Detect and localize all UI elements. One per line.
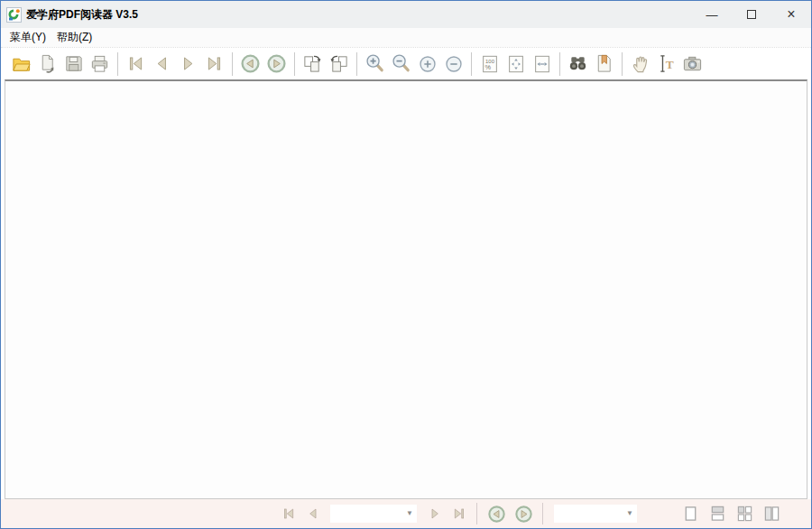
fit-page-button[interactable] (503, 51, 529, 78)
statusbar-separator (476, 503, 477, 524)
toolbar-separator (471, 52, 472, 76)
zoom-out-marquee-button[interactable] (388, 51, 414, 78)
svg-text:T: T (666, 58, 674, 71)
toolbar: 100 % (1, 47, 811, 79)
next-page-icon (179, 54, 198, 73)
fit-width-icon (532, 54, 552, 74)
prev-page-button[interactable] (149, 51, 175, 78)
toolbar-separator (117, 52, 118, 76)
last-page-icon (452, 506, 466, 521)
save-icon (63, 53, 84, 74)
window-title: 爱学府PDF阅读器 V3.5 (26, 7, 692, 23)
statusbar-next-page-button[interactable] (422, 502, 447, 525)
open-folder-icon (11, 53, 32, 74)
menu-bar: 菜单(Y) 帮助(Z) (1, 28, 811, 47)
hand-tool-button[interactable] (627, 51, 653, 78)
toolbar-separator (294, 52, 295, 76)
rotate-clockwise-icon (302, 53, 323, 74)
statusbar-separator (542, 503, 543, 524)
zoom-in-marquee-button[interactable] (362, 51, 388, 78)
two-page-view-icon (763, 506, 780, 522)
bookmarks-button[interactable] (591, 51, 617, 78)
menu-item-help[interactable]: 帮助(Z) (51, 28, 97, 47)
find-button[interactable] (565, 51, 591, 78)
toolbar-separator (356, 52, 357, 76)
rotate-clockwise-button[interactable] (300, 51, 326, 78)
find-binoculars-icon (567, 53, 588, 74)
fit-width-button[interactable] (529, 51, 555, 78)
maximize-button[interactable] (732, 1, 771, 28)
chevron-down-icon: ▼ (626, 510, 633, 517)
hand-icon (630, 53, 651, 74)
continuous-view-icon (709, 506, 726, 522)
rotate-counterclockwise-icon (328, 53, 349, 74)
app-logo-icon (6, 7, 22, 23)
close-document-button[interactable] (34, 51, 60, 78)
svg-text:%: % (484, 63, 491, 71)
text-select-icon: T (656, 53, 677, 74)
back-view-icon (240, 53, 261, 74)
camera-icon (682, 53, 703, 74)
fit-page-icon (506, 54, 526, 74)
zoom-in-button[interactable] (414, 51, 440, 78)
next-page-button[interactable] (175, 51, 201, 78)
snapshot-button[interactable] (679, 51, 706, 78)
first-page-button[interactable] (123, 51, 149, 78)
toolbar-separator (622, 52, 623, 76)
print-button[interactable] (87, 51, 113, 78)
statusbar-back-view-button[interactable] (483, 502, 510, 525)
facing-view-button[interactable] (731, 502, 758, 525)
save-button[interactable] (60, 51, 87, 78)
document-viewport (5, 79, 807, 499)
app-window: 爱学府PDF阅读器 V3.5 — × 菜单(Y) 帮助(Z) (0, 0, 812, 529)
bookmark-page-icon (594, 53, 614, 74)
text-select-tool-button[interactable]: T (653, 51, 679, 78)
next-page-icon (428, 506, 442, 521)
single-page-view-icon (682, 506, 699, 522)
back-view-icon (487, 505, 506, 524)
close-document-icon (37, 53, 58, 74)
actual-size-icon: 100 % (480, 54, 500, 74)
maximize-icon (747, 10, 756, 19)
first-page-icon (126, 54, 145, 73)
zoom-out-magnifier-icon (391, 53, 411, 74)
zoom-level-combobox[interactable]: ▼ (554, 505, 637, 523)
minimize-icon: — (706, 8, 718, 22)
zoom-out-icon (444, 54, 464, 74)
toolbar-separator (559, 52, 560, 76)
close-icon: × (787, 6, 795, 23)
chevron-down-icon: ▼ (406, 510, 413, 517)
print-icon (89, 53, 110, 74)
zoom-in-magnifier-icon (364, 53, 385, 74)
minimize-button[interactable]: — (692, 1, 732, 28)
actual-size-button[interactable]: 100 % (476, 51, 503, 78)
forward-view-icon (514, 505, 533, 524)
prev-page-icon (152, 54, 171, 73)
page-number-combobox[interactable]: ▼ (330, 505, 417, 523)
close-button[interactable]: × (771, 1, 811, 28)
continuous-view-button[interactable] (704, 502, 731, 525)
open-button[interactable] (8, 51, 34, 78)
status-bar: ▼ ▼ (1, 499, 811, 528)
statusbar-forward-view-button[interactable] (510, 502, 537, 525)
rotate-counterclockwise-button[interactable] (326, 51, 352, 78)
zoom-in-icon (418, 54, 438, 74)
back-view-button[interactable] (237, 51, 263, 78)
menu-item-main[interactable]: 菜单(Y) (5, 28, 51, 47)
last-page-icon (205, 54, 224, 73)
prev-page-icon (306, 506, 320, 521)
statusbar-last-page-button[interactable] (447, 502, 471, 525)
statusbar-first-page-button[interactable] (276, 502, 300, 525)
statusbar-prev-page-button[interactable] (300, 502, 325, 525)
two-page-view-button[interactable] (758, 502, 785, 525)
first-page-icon (281, 506, 296, 521)
title-bar: 爱学府PDF阅读器 V3.5 — × (1, 1, 811, 28)
zoom-out-button[interactable] (440, 51, 466, 78)
forward-view-button[interactable] (263, 51, 290, 78)
facing-view-icon (736, 506, 753, 522)
single-page-view-button[interactable] (677, 502, 704, 525)
forward-view-icon (266, 53, 287, 74)
toolbar-separator (232, 52, 233, 76)
last-page-button[interactable] (201, 51, 227, 78)
